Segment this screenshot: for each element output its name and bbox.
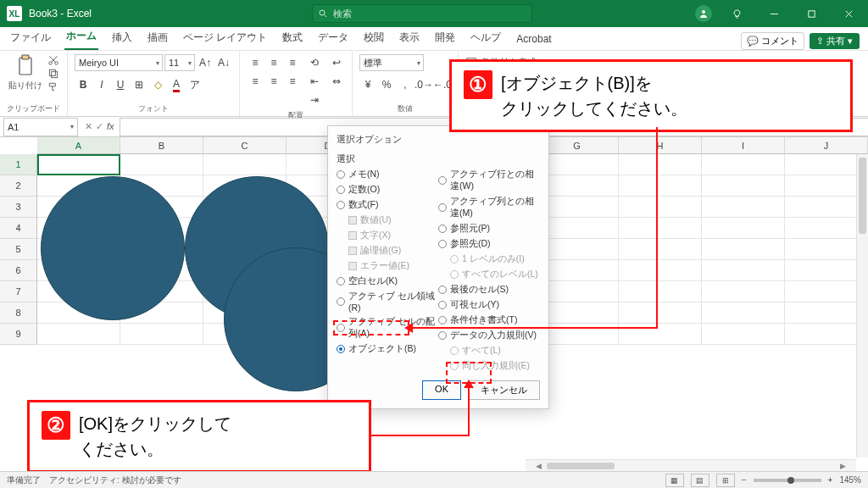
minimize-button[interactable] bbox=[761, 1, 787, 26]
percent-icon[interactable]: % bbox=[378, 76, 395, 93]
fill-color-button[interactable]: ◇ bbox=[149, 76, 166, 93]
italic-button[interactable]: I bbox=[93, 76, 110, 93]
tab-acrobat[interactable]: Acrobat bbox=[515, 30, 553, 50]
radio-option[interactable]: メモ(N) bbox=[337, 169, 438, 180]
radio-option[interactable]: 空白セル(K) bbox=[337, 275, 438, 287]
row-header[interactable]: 5 bbox=[0, 239, 37, 260]
radio-option[interactable]: 可視セル(Y) bbox=[438, 299, 540, 311]
row-header[interactable]: 9 bbox=[0, 324, 37, 345]
radio-option[interactable]: 定数(O) bbox=[337, 184, 438, 196]
fx-icon[interactable]: fx bbox=[107, 121, 114, 132]
cell[interactable] bbox=[619, 260, 702, 281]
cell[interactable] bbox=[702, 175, 785, 197]
tab-insert[interactable]: 挿入 bbox=[110, 27, 134, 50]
copy-icon[interactable] bbox=[47, 68, 59, 80]
row-header[interactable]: 3 bbox=[0, 197, 37, 218]
cancel-fx-icon[interactable]: ✕ bbox=[85, 121, 92, 132]
indent-dec-icon[interactable]: ⇤ bbox=[306, 73, 323, 90]
font-name-select[interactable]: Meiryo UI bbox=[75, 54, 163, 71]
cell[interactable] bbox=[37, 324, 120, 345]
column-header[interactable]: H bbox=[619, 137, 702, 154]
radio-option[interactable]: 最後のセル(S) bbox=[438, 284, 540, 296]
zoom-plus[interactable]: + bbox=[828, 475, 833, 485]
column-header[interactable]: A bbox=[37, 137, 120, 154]
view-pagebreak-button[interactable]: ⊞ bbox=[716, 474, 735, 487]
row-header[interactable]: 4 bbox=[0, 218, 37, 239]
checkbox-option[interactable]: エラー値(E) bbox=[348, 260, 438, 272]
zoom-slider[interactable] bbox=[754, 479, 821, 482]
zoom-minus[interactable]: − bbox=[742, 475, 747, 485]
merge-icon[interactable]: ⇔ bbox=[328, 73, 345, 90]
cell[interactable] bbox=[619, 302, 702, 324]
cell[interactable] bbox=[619, 218, 702, 239]
indent-inc-icon[interactable]: ⇥ bbox=[306, 92, 323, 108]
radio-option[interactable]: アクティブ セル領域(R) bbox=[337, 291, 438, 313]
cell[interactable] bbox=[702, 197, 785, 218]
radio-option[interactable]: 数式(F) bbox=[337, 199, 438, 211]
align-center-icon[interactable]: ≡ bbox=[265, 73, 282, 90]
cell[interactable] bbox=[120, 154, 203, 175]
tab-dev[interactable]: 開発 bbox=[433, 27, 457, 50]
tab-layout[interactable]: ページ レイアウト bbox=[181, 27, 269, 50]
font-size-select[interactable]: 11 bbox=[164, 54, 195, 71]
row-header[interactable]: 7 bbox=[0, 281, 37, 302]
close-button[interactable] bbox=[836, 1, 861, 26]
tab-data[interactable]: データ bbox=[316, 27, 350, 50]
tab-help[interactable]: ヘルプ bbox=[469, 27, 503, 50]
align-left-icon[interactable]: ≡ bbox=[247, 73, 264, 90]
column-header[interactable]: B bbox=[120, 137, 203, 154]
row-header[interactable]: 6 bbox=[0, 260, 37, 281]
row-header[interactable]: 2 bbox=[0, 175, 37, 197]
column-header[interactable]: C bbox=[203, 137, 287, 154]
vertical-scrollbar[interactable] bbox=[856, 154, 868, 458]
align-right-icon[interactable]: ≡ bbox=[284, 73, 301, 90]
tab-review[interactable]: 校閲 bbox=[362, 27, 386, 50]
share-button[interactable]: ⇪ 共有 ▾ bbox=[810, 33, 860, 49]
radio-option[interactable]: アクティブ行との相違(W) bbox=[438, 169, 540, 192]
font-color-button[interactable]: A bbox=[168, 76, 185, 93]
tab-draw[interactable]: 描画 bbox=[146, 27, 170, 50]
paste-button[interactable]: 貼り付け bbox=[8, 54, 42, 92]
radio-option[interactable]: アクティブ列との相違(M) bbox=[438, 196, 540, 219]
cell[interactable] bbox=[702, 281, 785, 302]
cell[interactable] bbox=[619, 154, 702, 175]
cell[interactable] bbox=[619, 281, 702, 302]
maximize-button[interactable] bbox=[798, 1, 824, 26]
cell[interactable] bbox=[619, 175, 702, 197]
border-button[interactable]: ⊞ bbox=[131, 76, 147, 93]
enter-fx-icon[interactable]: ✓ bbox=[96, 121, 103, 132]
cell[interactable] bbox=[702, 218, 785, 239]
checkbox-option[interactable]: 数値(U) bbox=[348, 214, 438, 226]
cell[interactable] bbox=[37, 154, 120, 175]
checkbox-option[interactable]: 文字(X) bbox=[348, 230, 438, 241]
column-header[interactable]: I bbox=[702, 137, 785, 154]
phonetic-button[interactable]: ア bbox=[186, 76, 203, 93]
avatar[interactable] bbox=[695, 5, 712, 22]
number-format-select[interactable]: 標準 bbox=[359, 54, 424, 71]
lightbulb-icon[interactable] bbox=[724, 1, 749, 26]
cell[interactable] bbox=[702, 324, 785, 345]
cut-icon[interactable] bbox=[47, 54, 59, 66]
comma-icon[interactable]: , bbox=[397, 76, 414, 93]
inc-decimal-icon[interactable]: .0→ bbox=[415, 76, 432, 93]
radio-option[interactable]: 参照元(P) bbox=[438, 223, 540, 235]
wrap-text-icon[interactable]: ↩ bbox=[328, 54, 345, 71]
cell[interactable] bbox=[120, 324, 203, 345]
cell[interactable] bbox=[702, 239, 785, 260]
increase-font-icon[interactable]: A↑ bbox=[197, 54, 214, 71]
align-bottom-icon[interactable]: ≡ bbox=[284, 54, 301, 71]
comments-button[interactable]: 💬 コメント bbox=[741, 32, 804, 50]
tab-file[interactable]: ファイル bbox=[8, 27, 53, 50]
cell[interactable] bbox=[619, 239, 702, 260]
tab-home[interactable]: ホーム bbox=[64, 25, 98, 50]
currency-icon[interactable]: ¥ bbox=[359, 76, 376, 93]
column-header[interactable]: J bbox=[785, 137, 868, 154]
underline-button[interactable]: U bbox=[112, 76, 129, 93]
horizontal-scrollbar[interactable]: ◀▶ bbox=[526, 459, 856, 471]
row-header[interactable]: 1 bbox=[0, 154, 37, 175]
align-middle-icon[interactable]: ≡ bbox=[265, 54, 282, 71]
cell[interactable] bbox=[702, 302, 785, 324]
bold-button[interactable]: B bbox=[75, 76, 92, 93]
cell[interactable] bbox=[619, 197, 702, 218]
radio-option[interactable]: データの入力規則(V) bbox=[438, 330, 540, 341]
